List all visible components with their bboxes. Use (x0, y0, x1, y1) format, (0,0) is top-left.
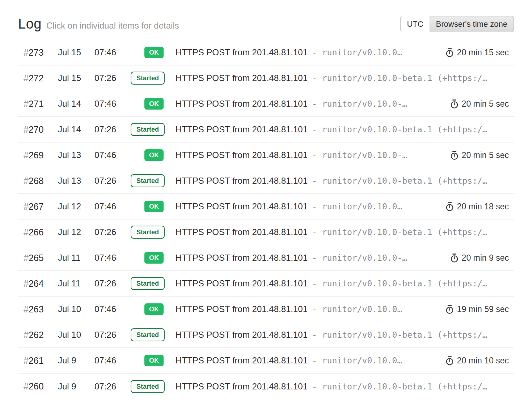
event-duration: 20 min 9 sec (443, 253, 509, 263)
event-description: HTTPS POST from 201.48.81.101- runitor/v… (176, 304, 438, 314)
stopwatch-icon (445, 304, 454, 314)
user-agent-text: - runitor/v0.10.0-… (312, 150, 407, 160)
user-agent-text: - runitor/v0.10.0-beta.1 (+https:/… (312, 125, 487, 134)
log-row[interactable]: #260 Jul 9 07:26 Started HTTPS POST from… (18, 374, 514, 399)
event-number: #273 (18, 47, 58, 58)
event-time: 07:26 (94, 73, 131, 83)
event-number: #268 (18, 176, 58, 186)
status-badge: Started (131, 72, 165, 85)
event-time: 07:26 (94, 227, 131, 237)
number-value: 263 (29, 304, 44, 314)
number-hash-prefix: # (24, 227, 29, 237)
event-description: HTTPS POST from 201.48.81.101- runitor/v… (176, 278, 509, 289)
log-row[interactable]: #268 Jul 13 07:26 Started HTTPS POST fro… (18, 168, 514, 194)
event-description: HTTPS POST from 201.48.81.101- runitor/v… (176, 201, 438, 212)
user-agent-text: - runitor/v0.10.0… (312, 202, 402, 211)
event-date: Jul 14 (58, 124, 94, 135)
status-badge: Started (131, 328, 165, 341)
event-date: Jul 15 (58, 47, 94, 57)
title-block: Log Click on individual items for detail… (18, 16, 179, 32)
status-badge: Started (131, 277, 165, 290)
event-duration: 20 min 18 sec (438, 202, 509, 212)
duration-text: 20 min 10 sec (457, 356, 509, 366)
event-number: #262 (18, 330, 58, 340)
status-cell: OK (131, 355, 176, 366)
status-badge: OK (144, 47, 164, 58)
status-badge: OK (144, 355, 164, 366)
user-agent-text: - runitor/v0.10.0… (312, 304, 402, 314)
log-row[interactable]: #271 Jul 14 07:46 OK HTTPS POST from 201… (18, 91, 514, 117)
event-date: Jul 9 (58, 381, 94, 392)
log-row[interactable]: #262 Jul 10 07:26 Started HTTPS POST fro… (18, 322, 514, 348)
event-text: HTTPS POST from 201.48.81.101 (176, 47, 308, 57)
number-value: 272 (29, 73, 44, 83)
page-title: Log (18, 16, 42, 32)
event-duration: 19 min 59 sec (438, 304, 509, 314)
log-row[interactable]: #272 Jul 15 07:26 Started HTTPS POST fro… (18, 65, 514, 91)
number-hash-prefix: # (24, 73, 29, 83)
log-row[interactable]: #261 Jul 9 07:46 OK HTTPS POST from 201.… (18, 348, 514, 374)
log-row[interactable]: #264 Jul 11 07:26 Started HTTPS POST fro… (18, 271, 514, 297)
status-badge: OK (144, 252, 164, 264)
duration-text: 20 min 15 sec (457, 48, 509, 57)
log-row[interactable]: #266 Jul 12 07:26 Started HTTPS POST fro… (18, 219, 514, 245)
status-cell: OK (131, 47, 176, 58)
log-row[interactable]: #273 Jul 15 07:46 OK HTTPS POST from 201… (18, 40, 514, 65)
utc-button[interactable]: UTC (400, 16, 430, 32)
event-time: 07:26 (94, 278, 131, 289)
number-value: 264 (29, 278, 44, 289)
log-row[interactable]: #267 Jul 12 07:46 OK HTTPS POST from 201… (18, 194, 514, 219)
user-agent-text: - runitor/v0.10.0-… (312, 253, 407, 263)
number-hash-prefix: # (24, 253, 29, 263)
stopwatch-icon (450, 99, 459, 109)
event-description: HTTPS POST from 201.48.81.101- runitor/v… (176, 176, 509, 186)
number-hash-prefix: # (24, 355, 29, 366)
duration-text: 19 min 59 sec (457, 304, 509, 314)
user-agent-text: - runitor/v0.10.0-beta.1 (+https:/… (312, 176, 487, 185)
event-number: #266 (18, 227, 58, 238)
status-cell: Started (131, 174, 176, 187)
event-text: HTTPS POST from 201.48.81.101 (176, 99, 308, 108)
event-text: HTTPS POST from 201.48.81.101 (176, 253, 308, 263)
event-time: 07:46 (94, 304, 131, 314)
number-value: 262 (29, 330, 44, 340)
event-text: HTTPS POST from 201.48.81.101 (176, 227, 308, 237)
number-value: 271 (29, 99, 44, 109)
event-date: Jul 11 (58, 278, 94, 289)
event-duration: 20 min 5 sec (443, 150, 509, 160)
event-description: HTTPS POST from 201.48.81.101- runitor/v… (176, 73, 509, 83)
status-cell: Started (131, 277, 176, 290)
duration-text: 20 min 5 sec (462, 150, 509, 160)
event-number: #261 (18, 355, 58, 366)
number-hash-prefix: # (24, 381, 29, 391)
user-agent-text: - runitor/v0.10.0-… (312, 99, 407, 108)
event-date: Jul 12 (58, 227, 94, 237)
event-time: 07:46 (94, 47, 131, 57)
page-header: Log Click on individual items for detail… (18, 16, 514, 32)
event-description: HTTPS POST from 201.48.81.101- runitor/v… (176, 124, 509, 135)
log-row[interactable]: #263 Jul 10 07:46 OK HTTPS POST from 201… (18, 297, 514, 322)
log-row[interactable]: #270 Jul 14 07:26 Started HTTPS POST fro… (18, 117, 514, 142)
event-text: HTTPS POST from 201.48.81.101 (176, 150, 308, 160)
user-agent-text: - runitor/v0.10.0-beta.1 (+https:/… (312, 330, 487, 340)
log-row[interactable]: #269 Jul 13 07:46 OK HTTPS POST from 201… (18, 142, 514, 168)
number-hash-prefix: # (24, 124, 29, 135)
number-hash-prefix: # (24, 150, 29, 160)
status-cell: OK (131, 98, 176, 110)
timezone-toggle: UTC Browser's time zone (400, 16, 514, 32)
event-text: HTTPS POST from 201.48.81.101 (176, 201, 308, 211)
event-time: 07:46 (94, 150, 131, 160)
status-badge: Started (131, 174, 165, 187)
event-text: HTTPS POST from 201.48.81.101 (176, 176, 308, 185)
user-agent-text: - runitor/v0.10.0… (312, 48, 402, 57)
page-subtitle: Click on individual items for details (46, 21, 179, 31)
log-row[interactable]: #265 Jul 11 07:46 OK HTTPS POST from 201… (18, 245, 514, 271)
stopwatch-icon (450, 150, 459, 160)
event-time: 07:46 (94, 99, 131, 109)
status-cell: Started (131, 226, 176, 239)
number-value: 269 (29, 150, 44, 160)
browser-timezone-button[interactable]: Browser's time zone (430, 16, 514, 32)
log-table: #273 Jul 15 07:46 OK HTTPS POST from 201… (18, 40, 514, 399)
status-badge: OK (144, 201, 164, 212)
status-cell: Started (131, 380, 176, 393)
